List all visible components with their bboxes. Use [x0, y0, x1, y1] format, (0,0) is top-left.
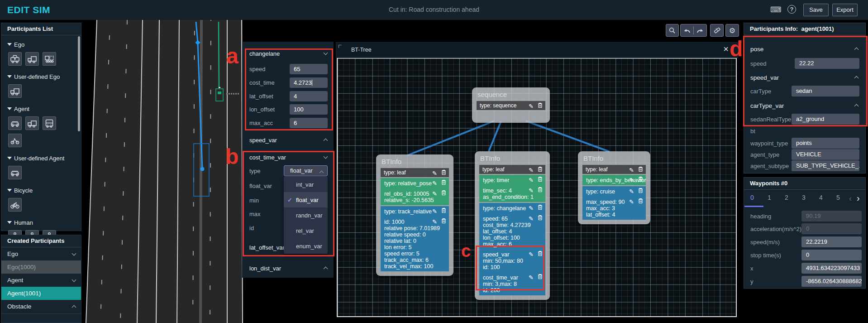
node-block-green: type: timer✎time_sec: 4as_end_condition:… — [479, 175, 545, 202]
edit-icon[interactable]: ✎ — [529, 205, 534, 211]
delete-icon[interactable] — [441, 190, 446, 197]
annotation-letter-b: b — [225, 144, 238, 169]
waypoint-tab-4[interactable]: 4 — [819, 194, 823, 201]
bus-icon-button[interactable] — [43, 116, 56, 130]
annotation-box-d — [743, 36, 868, 126]
edit-icon[interactable]: ✎ — [529, 188, 534, 193]
waypoint-input-acceleration-m-s-[interactable]: 0 — [801, 223, 862, 234]
scrollbar[interactable] — [78, 36, 80, 131]
waypoint-input-speed-m-s-[interactable]: 22.2219 — [801, 236, 862, 247]
node-text-line: track_vel_max: 100 — [384, 263, 445, 270]
created-participant-agent-1001-[interactable]: Agent(1001) — [1, 287, 81, 300]
node-text-line: relative speed: 0 — [384, 231, 445, 238]
edit-icon[interactable]: ✎ — [432, 208, 437, 214]
waypoint-tab-0[interactable]: 0 — [750, 194, 754, 201]
edit-icon[interactable]: ✎ — [529, 167, 534, 173]
trailer-icon-button[interactable] — [43, 52, 56, 66]
node-title: BTInfo — [382, 158, 449, 165]
chevron-up-icon[interactable] — [324, 139, 328, 143]
section-label-ego[interactable]: Ego — [1, 39, 81, 50]
info-input-agent_subtype[interactable]: SUB_TYPE_VEHICLE_... — [792, 160, 859, 171]
redo-icon[interactable] — [694, 28, 706, 34]
bt-node-btinfo-1[interactable]: BTInfotype: leaf✎type: relative_pose✎rel… — [376, 154, 453, 276]
edit-icon[interactable]: ✎ — [629, 188, 634, 194]
export-button[interactable]: Export — [832, 4, 858, 16]
node-type-label: type: leaf — [482, 166, 505, 173]
edit-icon[interactable]: ✎ — [529, 177, 534, 183]
delete-icon[interactable] — [441, 169, 446, 177]
param-section-label: lon_dist_var — [242, 265, 281, 272]
car-icon-button[interactable] — [8, 116, 22, 130]
eraser-icon[interactable] — [710, 24, 724, 37]
delete-icon[interactable] — [538, 215, 543, 222]
help-icon[interactable]: ? — [787, 5, 796, 14]
chevron-left-icon[interactable]: ‹ — [849, 194, 852, 203]
edit-icon[interactable]: ✎ — [629, 167, 634, 173]
node-block-row: type: changelane✎ — [479, 203, 545, 213]
truck-icon-button[interactable] — [8, 84, 22, 98]
delete-icon[interactable] — [538, 187, 543, 194]
bt-node-btinfo-3[interactable]: BTInfotype: leaf✎type: ends_by_behavior✎… — [578, 151, 650, 224]
chevron-right-icon[interactable]: › — [857, 193, 860, 203]
keyboard-icon[interactable]: ⌨ — [770, 5, 782, 14]
delete-icon[interactable] — [538, 176, 543, 183]
edit-icon[interactable]: ✎ — [629, 199, 634, 205]
delete-icon[interactable] — [638, 188, 643, 195]
waypoint-input-stop-time-s-[interactable]: 0 — [801, 250, 862, 260]
delete-icon[interactable] — [538, 166, 543, 174]
node-block-row: type: cruise✎ — [582, 186, 646, 197]
delete-icon[interactable] — [441, 207, 446, 215]
car-icon-button[interactable] — [8, 166, 22, 179]
waypoint-input-heading[interactable]: 90.19 — [801, 211, 862, 222]
info-input-agent_type[interactable]: VEHICLE — [792, 149, 859, 160]
waypoint-row-y: y-8656.026430888682 — [744, 275, 865, 287]
motorcycle-icon-button[interactable] — [8, 134, 22, 147]
delete-icon[interactable] — [638, 166, 643, 174]
waypoint-input-y[interactable]: -8656.026430888682 — [801, 276, 862, 287]
section-label-agent[interactable]: Agent — [1, 103, 81, 114]
waypoint-tab-5[interactable]: 5 — [836, 194, 840, 201]
delete-icon[interactable] — [538, 204, 543, 212]
section-label-user-defined-ego[interactable]: User-defined Ego — [1, 71, 81, 82]
undo-icon[interactable] — [681, 28, 693, 34]
waypoint-tab-2[interactable]: 2 — [785, 194, 788, 201]
section-label-human[interactable]: Human — [1, 217, 81, 228]
created-participant-ego[interactable]: Ego — [1, 247, 81, 260]
save-button[interactable]: Save — [803, 4, 829, 16]
edit-icon[interactable]: ✎ — [432, 170, 437, 176]
edit-icon[interactable]: ✎ — [529, 216, 534, 222]
delete-icon[interactable] — [441, 179, 446, 187]
waypoint-input-x[interactable]: 4931.634223097433 — [801, 263, 862, 274]
chevron-up-icon[interactable] — [324, 267, 328, 271]
waypoint-tab-3[interactable]: 3 — [802, 194, 806, 201]
delete-icon[interactable] — [638, 176, 643, 183]
created-participant-agent[interactable]: Agent — [1, 274, 81, 287]
close-icon[interactable]: × — [723, 44, 729, 54]
edit-icon[interactable]: ✎ — [629, 177, 634, 183]
delete-icon[interactable] — [638, 198, 643, 205]
info-input-waypoint_type[interactable]: points — [792, 138, 859, 149]
bicycle-icon-button[interactable] — [8, 198, 22, 212]
bt-node-sequence[interactable]: sequencetype: sequence✎ — [472, 87, 550, 123]
section-label-user-defined-agent[interactable]: User-defined Agent — [1, 153, 81, 164]
delete-icon[interactable] — [538, 102, 543, 110]
gear-icon[interactable]: ⚙ — [725, 24, 739, 37]
van-icon-button[interactable] — [8, 52, 22, 66]
truck-icon-button[interactable] — [25, 116, 39, 130]
annotation-letter-d: d — [730, 36, 743, 61]
edit-icon[interactable]: ✎ — [529, 103, 534, 109]
edit-icon[interactable]: ✎ — [432, 191, 437, 197]
section-label-bicycle[interactable]: Bicycle — [1, 185, 81, 196]
created-participant-obstacle[interactable]: Obstacle — [1, 300, 81, 313]
info-row-agent_subtype: agent_subtypeSUB_TYPE_VEHICLE_... — [744, 160, 865, 172]
param-section-label: speed_var — [242, 137, 277, 144]
waypoint-tab-1[interactable]: 1 — [768, 194, 771, 201]
info-field-label: waypoint_type — [744, 140, 788, 147]
edit-icon[interactable]: ✎ — [432, 219, 437, 225]
edit-icon[interactable]: ✎ — [432, 180, 437, 186]
search-icon[interactable] — [666, 24, 679, 37]
waypoints-panel: Wayponits #0 012345‹› heading90.19accele… — [744, 177, 866, 289]
truck-icon-button[interactable] — [25, 52, 39, 66]
delete-icon[interactable] — [441, 218, 446, 225]
created-participant-ego-1000-[interactable]: Ego(1000) — [1, 260, 81, 274]
